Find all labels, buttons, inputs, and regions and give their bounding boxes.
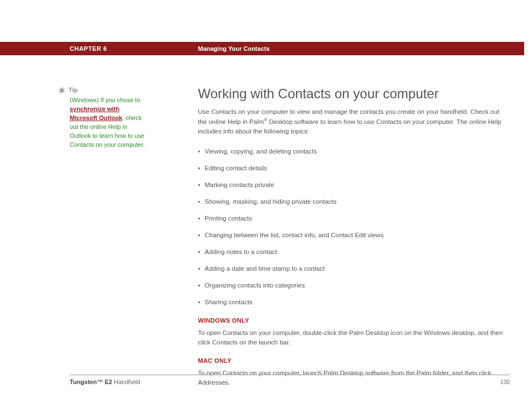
list-item: Viewing, copying, and deleting contacts	[198, 147, 510, 156]
list-item: Printing contacts	[198, 214, 510, 223]
content-area: ✱ Tip (Windows) If you chose to synchron…	[0, 55, 532, 398]
page-number: 130	[500, 379, 510, 385]
sidebar: ✱ Tip (Windows) If you chose to synchron…	[59, 86, 159, 398]
tip-body: (Windows) If you chose to synchronize wi…	[59, 96, 148, 150]
list-item: Adding notes to a contact	[198, 247, 510, 256]
list-item: Editing contact details	[198, 164, 510, 173]
intro-paragraph: Use Contacts on your computer to view an…	[198, 107, 510, 137]
list-item: Sharing contacts	[198, 298, 510, 306]
sync-outlook-link[interactable]: synchronize with Microsoft Outlook	[70, 106, 122, 121]
windows-body: To open Contacts on your computer, doubl…	[198, 328, 510, 348]
windows-only-label: WINDOWS ONLY	[198, 317, 510, 324]
asterisk-icon: ✱	[59, 87, 65, 94]
mac-only-label: MAC ONLY	[198, 357, 510, 364]
list-item: Marking contacts private	[198, 180, 510, 189]
header-edge	[524, 42, 532, 55]
tip-box: ✱ Tip (Windows) If you chose to synchron…	[59, 86, 148, 150]
product-rest: Handheld	[112, 379, 140, 385]
topics-list: Viewing, copying, and deleting contacts …	[198, 147, 510, 307]
product-name: Tungsten™ E2 Handheld	[70, 379, 140, 385]
chapter-title: Managing Your Contacts	[198, 45, 270, 52]
list-item: Changing between the list, contact info,…	[198, 231, 510, 239]
chapter-number: CHAPTER 6	[70, 45, 198, 52]
list-item: Adding a date and time stamp to a contac…	[198, 264, 510, 273]
tip-header: ✱ Tip	[59, 86, 148, 95]
main-content: Working with Contacts on your computer U…	[159, 86, 510, 398]
page-heading: Working with Contacts on your computer	[198, 86, 510, 102]
chapter-header: CHAPTER 6 Managing Your Contacts	[0, 42, 532, 55]
page-footer: Tungsten™ E2 Handheld 130	[70, 375, 510, 385]
tip-text-before: (Windows) If you chose to	[70, 97, 141, 103]
tip-label: Tip	[69, 86, 78, 95]
product-bold: Tungsten™ E2	[70, 379, 112, 385]
list-item: Organizing contacts into categories	[198, 281, 510, 290]
list-item: Showing, masking, and hiding private con…	[198, 197, 510, 206]
